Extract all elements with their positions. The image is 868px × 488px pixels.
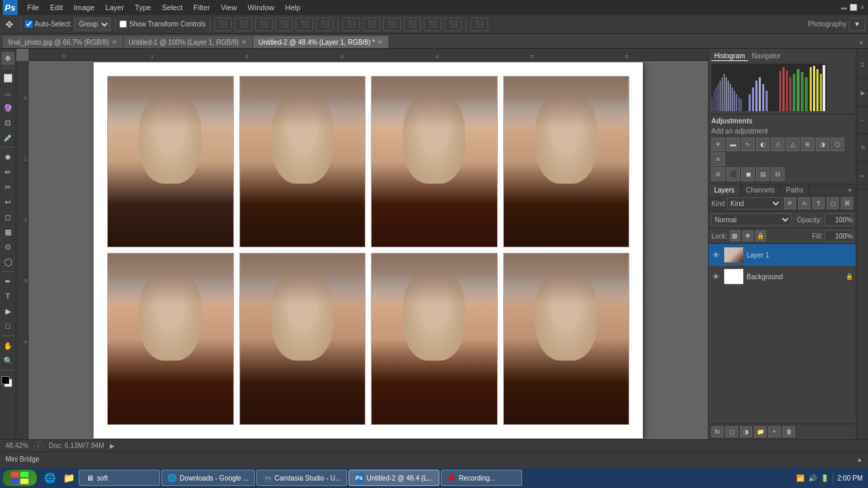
history-brush-tool[interactable]: ↩ xyxy=(1,195,15,209)
mini-bridge-options[interactable]: ▲ xyxy=(856,456,863,463)
layer-row-layer1[interactable]: 👁 Layer 1 xyxy=(709,244,856,266)
layer-filter-smart[interactable]: ⌘ xyxy=(841,197,853,209)
status-arrow[interactable]: ▶ xyxy=(110,443,115,449)
adj-vibrance[interactable]: ◇ xyxy=(771,138,785,151)
align-hcenter-btn[interactable]: ⬛ xyxy=(296,18,313,31)
tab-untitled2[interactable]: Untitled-2 @ 48.4% (Layer 1, RGB/8) * ✕ xyxy=(253,36,389,48)
start-button[interactable] xyxy=(3,470,37,486)
adj-gradient2[interactable]: ▤ xyxy=(756,167,770,181)
layer-filter-pixel[interactable]: P xyxy=(784,197,796,209)
zoom-info-btn[interactable]: i xyxy=(34,441,43,451)
actions-icon[interactable]: ▶ xyxy=(857,79,868,106)
adj-invert[interactable]: ⊘ xyxy=(711,167,725,181)
adj-channel[interactable]: ≡ xyxy=(711,152,725,166)
tab-untitled2-close[interactable]: ✕ xyxy=(378,39,383,45)
menu-help[interactable]: Help xyxy=(279,2,306,13)
tray-network[interactable]: 📶 xyxy=(796,474,804,482)
auto-select-checkbox[interactable]: Auto-Select: xyxy=(25,20,71,28)
blur-tool[interactable]: ⊙ xyxy=(1,240,15,253)
canvas-content[interactable] xyxy=(28,61,708,439)
distribute-btn3[interactable]: ⬛ xyxy=(383,18,401,31)
distribute-btn5[interactable]: ⬛ xyxy=(424,18,441,31)
auto-select-check[interactable] xyxy=(25,20,33,28)
layer-mask-btn[interactable]: ◻ xyxy=(726,426,738,437)
auto-select-type[interactable]: Group Layer xyxy=(74,18,111,31)
transform-check[interactable] xyxy=(119,20,127,28)
brushes-icon[interactable]: ✏ xyxy=(857,163,868,190)
tab-untitled1-close[interactable]: ✕ xyxy=(241,39,247,45)
path-select-tool[interactable]: ▶ xyxy=(1,304,15,318)
minimize-btn[interactable]: ▬ xyxy=(841,4,847,11)
layer-group-btn[interactable]: 📁 xyxy=(754,426,766,437)
panels-collapse-btn[interactable]: « xyxy=(854,36,868,48)
tray-sound[interactable]: 🔊 xyxy=(808,474,816,482)
transform-controls-checkbox[interactable]: Show Transform Controls xyxy=(119,20,205,28)
hand-tool[interactable]: ✋ xyxy=(1,339,15,352)
adj-brightness[interactable]: ☀ xyxy=(711,138,725,151)
eraser-tool[interactable]: ◻ xyxy=(1,210,15,224)
arrange-btn[interactable]: ⬛ xyxy=(471,18,488,31)
info-icon[interactable]: i xyxy=(857,107,868,134)
adj-curves[interactable]: ∿ xyxy=(741,138,755,151)
adj-hsl[interactable]: △ xyxy=(786,138,800,151)
adj-exposure[interactable]: ◐ xyxy=(756,138,770,151)
spot-heal-tool[interactable]: ✱ xyxy=(1,150,15,164)
fg-bg-colors[interactable] xyxy=(1,376,15,391)
layer-delete-btn[interactable]: 🗑 xyxy=(783,426,795,437)
tab-final-photo-close[interactable]: ✕ xyxy=(112,39,117,45)
layer-filter-adj[interactable]: A xyxy=(798,197,810,209)
pen-tool[interactable]: ✒ xyxy=(1,274,15,288)
taskbar-downloads[interactable]: 🌐 Downloads - Google ... xyxy=(161,470,255,486)
fill-input[interactable] xyxy=(825,230,853,242)
folder-icon[interactable]: 📁 xyxy=(60,469,77,487)
workspace-options[interactable]: ▼ xyxy=(849,18,865,31)
tab-histogram[interactable]: Histogram xyxy=(711,52,748,61)
eyedropper-tool[interactable]: 💉 xyxy=(1,131,15,144)
brush-tool[interactable]: ✏ xyxy=(1,165,15,179)
ie-icon[interactable]: 🌐 xyxy=(41,469,58,487)
menu-view[interactable]: View xyxy=(216,2,243,13)
layer-filter-shape[interactable]: ◻ xyxy=(827,197,839,209)
move-tool[interactable]: ✥ xyxy=(1,52,15,65)
menu-filter[interactable]: Filter xyxy=(188,2,215,13)
taskbar-photoshop[interactable]: Ps Untitled-2 @ 48.4 (L... xyxy=(349,470,439,486)
distribute-btn4[interactable]: ⬛ xyxy=(403,18,421,31)
align-vcenter-btn[interactable]: ⬛ xyxy=(235,18,252,31)
foreground-color[interactable] xyxy=(1,376,9,384)
dodge-tool[interactable]: ◯ xyxy=(1,255,15,268)
type-tool[interactable]: T xyxy=(1,289,15,303)
layer-kind-select[interactable]: Kind xyxy=(727,197,782,209)
blend-mode-select[interactable]: Normal xyxy=(711,214,791,226)
menu-file[interactable]: File xyxy=(22,2,45,13)
align-bottom-btn[interactable]: ⬛ xyxy=(255,18,273,31)
layer1-visibility-toggle[interactable]: 👁 xyxy=(711,250,721,260)
align-right-btn[interactable]: ⬛ xyxy=(316,18,334,31)
marquee-tool[interactable]: ⬜ xyxy=(1,71,15,85)
layer-row-background[interactable]: 👁 Background 🔒 xyxy=(709,266,856,287)
layers-panel-options[interactable]: ▼ xyxy=(847,187,853,194)
tab-final-photo[interactable]: final_photo.jpg @ 66.7% (RGB/8) ✕ xyxy=(3,36,123,48)
shape-tool[interactable]: □ xyxy=(1,319,15,333)
menu-window[interactable]: Window xyxy=(242,2,279,13)
mini-bridge-bar[interactable]: Mini Bridge ▲ xyxy=(0,451,868,466)
properties-icon[interactable]: P xyxy=(857,135,868,162)
menu-edit[interactable]: Edit xyxy=(45,2,68,13)
adj-selective[interactable]: ⊟ xyxy=(771,167,785,181)
align-top-btn[interactable]: ⬛ xyxy=(214,18,232,31)
quick-select-tool[interactable]: 🔮 xyxy=(1,101,15,115)
menu-select[interactable]: Select xyxy=(157,2,189,13)
tab-navigator[interactable]: Navigator xyxy=(749,52,784,61)
tray-battery[interactable]: 🔋 xyxy=(821,474,829,482)
tab-layers[interactable]: Layers xyxy=(709,184,741,196)
move-tool-options[interactable]: ✥ xyxy=(3,18,16,31)
layer-fx-btn[interactable]: fx xyxy=(711,426,724,437)
distribute-btn6[interactable]: ⬛ xyxy=(444,18,462,31)
adj-colorbal[interactable]: ⊕ xyxy=(801,138,814,151)
menu-layer[interactable]: Layer xyxy=(100,2,130,13)
close-btn[interactable]: ✕ xyxy=(860,4,865,11)
canvas-area[interactable]: 0 1 2 3 4 5 6 0 1 2 3 4 xyxy=(16,49,708,439)
lock-pixels-btn[interactable]: ▦ xyxy=(730,230,741,241)
align-left-btn[interactable]: ⬛ xyxy=(275,18,293,31)
layer-adj-btn[interactable]: ◑ xyxy=(740,426,752,437)
menu-type[interactable]: Type xyxy=(130,2,157,13)
